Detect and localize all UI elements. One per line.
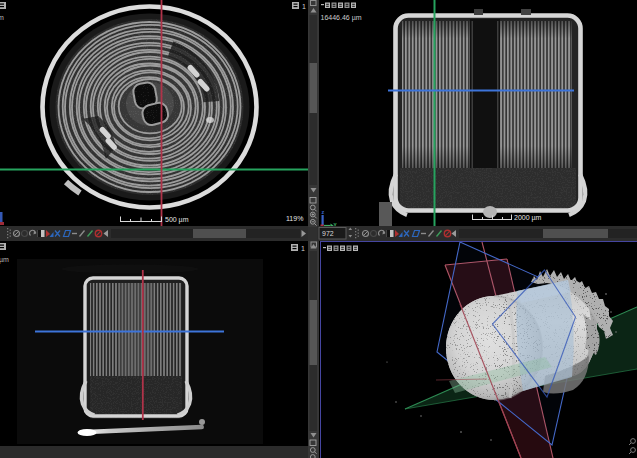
svg-text:2000 µm: 2000 µm (514, 214, 542, 222)
svg-text:500 µm: 500 µm (165, 216, 189, 224)
svg-text:m: m (0, 14, 4, 21)
svg-text:972: 972 (322, 230, 334, 237)
svg-text:16446.46 µm: 16446.46 µm (321, 14, 362, 22)
svg-text:z: z (322, 209, 325, 215)
svg-text:µm: µm (0, 256, 9, 264)
svg-text:119%: 119% (286, 215, 303, 222)
svg-text:1: 1 (301, 245, 305, 252)
